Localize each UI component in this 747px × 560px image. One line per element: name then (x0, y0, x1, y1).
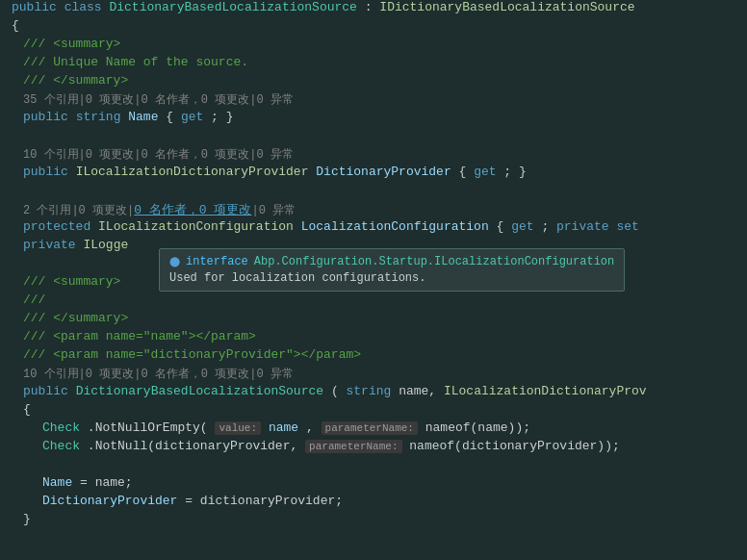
code-line-empty-1 (0, 128, 747, 146)
code-line-20: /// <param name="dictionaryProvider"></p… (0, 347, 747, 366)
code-line-2: { (0, 18, 747, 37)
code-line-22: public DictionaryBasedLocalizationSource… (0, 384, 747, 402)
code-line-9-meta: 10 个引用|0 项更改|0 名作者，0 项更改|0 异常 (0, 146, 747, 165)
code-line-4: /// Unique Name of the source. (0, 55, 747, 73)
tooltip-description: Used for localization configurations. (169, 271, 614, 285)
code-line-21-meta: 10 个引用|0 项更改|0 名作者，0 项更改|0 异常 (0, 366, 747, 384)
code-line-7: public string Name { get ; } (0, 110, 747, 128)
code-line-5: /// </summary> (0, 73, 747, 91)
code-line-6-meta: 35 个引用|0 项更改|0 名作者，0 项更改|0 异常 (0, 91, 747, 110)
code-line-24: Check .NotNullOrEmpty( value: name , par… (0, 420, 747, 439)
interface-icon: ⬤ (169, 256, 180, 267)
code-line-empty-2 (0, 183, 747, 201)
tooltip-title: ⬤ interface Abp.Configuration.Startup.IL… (169, 255, 614, 268)
tooltip-box: ⬤ interface Abp.Configuration.Startup.IL… (159, 248, 625, 292)
code-line-12-meta: 2 个引用|0 项更改|0 名作者，0 项更改|0 异常 (0, 201, 747, 219)
code-line-13: protected ILocalizationConfiguration Loc… (0, 219, 747, 238)
code-line-1: public class DictionaryBasedLocalization… (0, 0, 747, 18)
code-line-29: } (0, 512, 747, 530)
code-line-27: Name = name; (0, 475, 747, 494)
code-line-3: /// <summary> (0, 37, 747, 55)
code-line-23: { (0, 402, 747, 420)
tooltip-interface-label: interface (186, 255, 248, 268)
code-line-18: /// </summary> (0, 311, 747, 329)
code-line-10: public ILocalizationDictionaryProvider D… (0, 165, 747, 183)
code-line-28: DictionaryProvider = dictionaryProvider; (0, 494, 747, 512)
tooltip-fqn: Abp.Configuration.Startup.ILocalizationC… (254, 255, 614, 268)
code-line-17: /// (0, 293, 747, 311)
code-line-empty-4 (0, 457, 747, 475)
code-line-19: /// <param name="name"></param> (0, 329, 747, 347)
code-editor: public class DictionaryBasedLocalization… (0, 0, 747, 560)
code-line-25: Check .NotNull(dictionaryProvider, param… (0, 439, 747, 457)
